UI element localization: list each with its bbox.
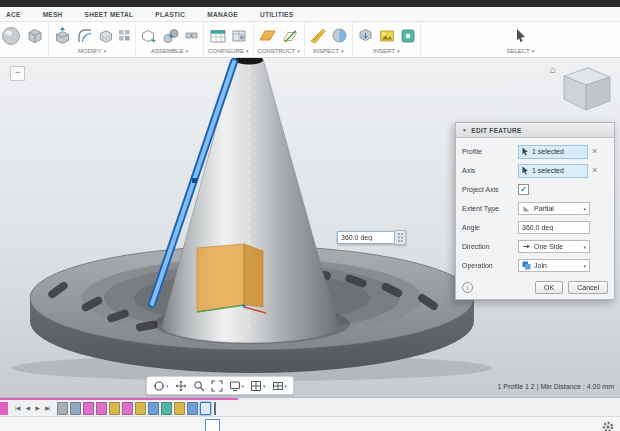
construct-group-dropdown[interactable]: CONSTRUCT ▾ bbox=[258, 48, 300, 54]
timeline-feature-item[interactable] bbox=[109, 402, 120, 415]
extent-type-row: Extent Type Partial ▾ bbox=[462, 199, 608, 218]
timeline-feature-item[interactable] bbox=[83, 402, 94, 415]
viewport-3d[interactable]: − ⌂ ▾ bbox=[0, 58, 620, 397]
direction-value: One Side bbox=[534, 243, 580, 250]
manipulator-drag-handle[interactable] bbox=[395, 230, 406, 245]
timeline-feature-item[interactable] bbox=[135, 402, 146, 415]
timeline-step-back-button[interactable]: ◀ bbox=[23, 405, 33, 411]
chevron-down-icon: ▾ bbox=[397, 48, 400, 54]
tab-mesh[interactable]: MESH bbox=[43, 11, 63, 18]
modify-more-grid-icon[interactable] bbox=[118, 29, 131, 42]
dialog-header[interactable]: ▼ EDIT FEATURE bbox=[456, 123, 614, 138]
toolbar-group-select: SELECT ▾ bbox=[420, 22, 620, 57]
inspect-group-label: INSPECT bbox=[313, 48, 339, 54]
configuration-table-icon[interactable] bbox=[209, 27, 227, 45]
measure-icon[interactable] bbox=[309, 27, 327, 45]
timeline-position-marker[interactable] bbox=[205, 419, 220, 431]
form-sphere-icon[interactable] bbox=[0, 25, 22, 47]
timeline-feature-item[interactable] bbox=[161, 402, 172, 415]
timeline-skip-end-button[interactable]: ▶| bbox=[42, 405, 53, 411]
operation-dropdown[interactable]: Join ▾ bbox=[518, 259, 590, 272]
insert-derive-icon[interactable] bbox=[357, 27, 374, 44]
section-analysis-icon[interactable] bbox=[331, 27, 348, 44]
timeline-feature-item[interactable] bbox=[148, 402, 159, 415]
angle-field[interactable] bbox=[518, 221, 590, 234]
browser-collapse-button[interactable]: − bbox=[10, 66, 25, 81]
insert-group-dropdown[interactable]: INSERT ▾ bbox=[373, 48, 399, 54]
view-cube[interactable] bbox=[552, 62, 616, 118]
timeline-skip-start-button[interactable]: |◀ bbox=[12, 405, 23, 411]
timeline-feature-item[interactable] bbox=[96, 402, 107, 415]
shell-icon[interactable] bbox=[98, 28, 114, 44]
create-group-label[interactable] bbox=[21, 48, 23, 54]
timeline-feature-item[interactable] bbox=[122, 402, 133, 415]
primitive-box-icon[interactable] bbox=[26, 27, 44, 45]
orbit-icon[interactable]: ▾ bbox=[153, 380, 169, 392]
angle-row: Angle bbox=[462, 218, 608, 237]
viewports-icon[interactable]: ▾ bbox=[272, 380, 288, 392]
tab-plastic[interactable]: PLASTIC bbox=[155, 11, 185, 18]
sketch-plane-front[interactable] bbox=[197, 244, 244, 312]
configure-variants-icon[interactable] bbox=[231, 28, 247, 44]
timeline-feature-item[interactable] bbox=[187, 402, 198, 415]
timeline-scroll-row bbox=[0, 416, 620, 431]
chevron-down-icon: ▾ bbox=[246, 48, 249, 54]
axis-selection-field[interactable]: 1 selected bbox=[518, 164, 588, 178]
main-toolbar: MODIFY ▾ ASSEMBLE ▾ bbox=[0, 22, 620, 58]
timeline-feature-item[interactable] bbox=[70, 402, 81, 415]
sketch-plane-side[interactable] bbox=[244, 244, 263, 307]
tab-manage[interactable]: MANAGE bbox=[207, 11, 238, 18]
profile-selection-field[interactable]: 1 selected bbox=[518, 145, 588, 159]
project-axis-checkbox[interactable]: ✓ bbox=[518, 184, 529, 195]
select-cursor-icon[interactable] bbox=[512, 27, 529, 44]
press-pull-icon[interactable] bbox=[53, 26, 72, 45]
info-icon[interactable]: i bbox=[462, 282, 473, 293]
inspect-group-dropdown[interactable]: INSPECT ▾ bbox=[313, 48, 344, 54]
new-component-icon[interactable] bbox=[140, 27, 158, 45]
construction-axis-icon[interactable] bbox=[281, 27, 299, 45]
timeline-play-button[interactable]: ▶ bbox=[32, 405, 42, 411]
assemble-group-dropdown[interactable]: ASSEMBLE ▾ bbox=[151, 48, 188, 54]
fillet-icon[interactable] bbox=[76, 27, 94, 45]
display-settings-icon[interactable]: ▾ bbox=[229, 380, 245, 392]
canvas-icon[interactable] bbox=[378, 27, 396, 45]
zoom-icon[interactable] bbox=[193, 380, 205, 392]
fit-view-icon[interactable] bbox=[211, 380, 223, 392]
fusion-window: ACE MESH SHEET METAL PLASTIC MANAGE UTIL… bbox=[0, 0, 620, 431]
insert-mcmaster-icon[interactable] bbox=[400, 28, 416, 44]
chevron-down-icon: ▾ bbox=[166, 383, 169, 389]
timeline-feature-item[interactable] bbox=[174, 402, 185, 415]
rigid-group-icon[interactable] bbox=[184, 28, 199, 43]
extent-type-dropdown[interactable]: Partial ▾ bbox=[518, 202, 590, 215]
profile-edge-vertex[interactable] bbox=[192, 178, 197, 183]
cursor-icon bbox=[522, 166, 529, 175]
origin-point[interactable] bbox=[242, 304, 245, 307]
timeline-bar: |◀ ◀ ▶ ▶| bbox=[0, 397, 620, 431]
timeline-feature-item[interactable] bbox=[200, 402, 211, 415]
grid-settings-icon[interactable]: ▾ bbox=[250, 380, 266, 392]
angle-value-input[interactable] bbox=[337, 231, 395, 244]
axis-row: Axis 1 selected × bbox=[462, 161, 608, 180]
timeline-feature-item[interactable] bbox=[57, 402, 68, 415]
direction-dropdown[interactable]: One Side ▾ bbox=[518, 240, 590, 253]
tab-sheet-metal[interactable]: SHEET METAL bbox=[85, 11, 134, 18]
pan-icon[interactable] bbox=[175, 380, 187, 392]
tab-utilities[interactable]: UTILITIES bbox=[260, 11, 293, 18]
timeline-start-marker[interactable] bbox=[0, 402, 8, 415]
timeline-settings-gear-icon[interactable] bbox=[602, 419, 614, 431]
cancel-button[interactable]: Cancel bbox=[568, 281, 608, 294]
ok-button[interactable]: OK bbox=[535, 281, 563, 294]
tab-surface[interactable]: ACE bbox=[6, 11, 21, 18]
construction-plane-icon[interactable] bbox=[258, 26, 277, 45]
dialog-collapse-icon[interactable]: ▼ bbox=[462, 127, 467, 133]
chevron-down-icon: ▾ bbox=[583, 244, 586, 250]
configure-group-dropdown[interactable]: CONFIGURE ▾ bbox=[208, 48, 249, 54]
modify-group-dropdown[interactable]: MODIFY ▾ bbox=[78, 48, 106, 54]
profile-clear-button[interactable]: × bbox=[592, 147, 597, 156]
joint-icon[interactable] bbox=[162, 27, 180, 45]
angle-label: Angle bbox=[462, 224, 518, 231]
chevron-down-icon: ▾ bbox=[297, 48, 300, 54]
axis-clear-button[interactable]: × bbox=[592, 166, 597, 175]
select-group-dropdown[interactable]: SELECT ▾ bbox=[506, 48, 534, 54]
timeline-end-marker[interactable] bbox=[214, 402, 216, 415]
